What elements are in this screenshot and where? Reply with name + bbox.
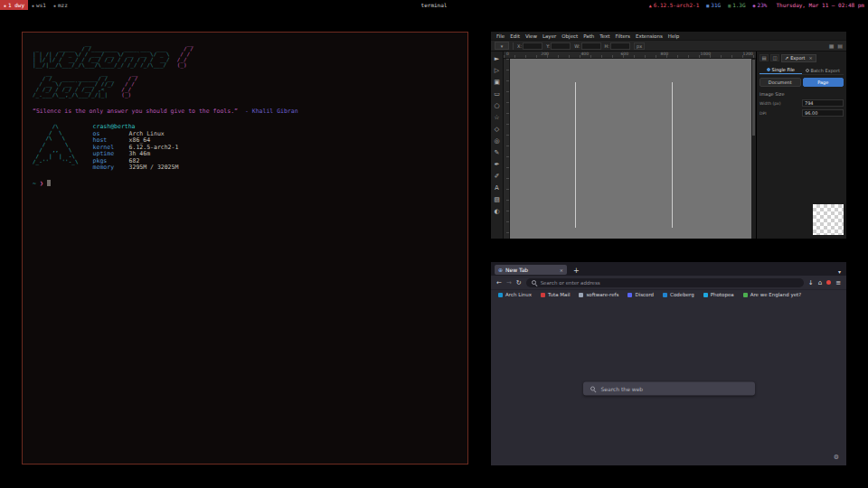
address-bar[interactable]: Search or enter address — [526, 278, 804, 287]
list-all-tabs-icon[interactable]: ▾ — [838, 268, 843, 275]
workspace-tag[interactable]: ▪ ws1 — [28, 0, 50, 10]
menu-item[interactable]: Text — [597, 33, 612, 39]
bookmark-label: Are we England yet? — [750, 292, 801, 297]
reload-button[interactable]: ↻ — [516, 279, 522, 286]
workspace-tag[interactable]: ▪ mzz — [50, 0, 71, 10]
tool-button[interactable]: ▣ — [492, 76, 503, 88]
prompt-path: ~ — [33, 180, 36, 187]
toolbox: ► ▷ ▣ ▭ ○ ☆ ◇ ◎ ✎ ✒ — [491, 52, 504, 239]
browser-tab[interactable]: ⊕ New Tab × — [495, 265, 567, 275]
coordinate-field-input[interactable] — [551, 42, 571, 50]
bookmark-favicon — [579, 293, 583, 297]
selection-mode-dropdown[interactable]: ▾ — [495, 42, 509, 50]
export-scope-button[interactable]: Document — [760, 78, 801, 87]
bookmark-item[interactable]: Tuta Mail — [541, 292, 570, 297]
tab-close-icon[interactable]: × — [560, 267, 563, 273]
tool-button[interactable]: ◇ — [492, 123, 503, 135]
quote-text: “Silence is the only answer you should g… — [33, 108, 238, 115]
tool-button[interactable]: ◎ — [492, 135, 503, 146]
coordinate-field-label: X: — [517, 43, 522, 49]
tool-button[interactable]: ◐ — [492, 205, 503, 217]
fetch-field-value: 3295M / 32025M — [129, 164, 179, 172]
radio-icon — [806, 69, 809, 72]
tool-button[interactable]: ▷ — [492, 64, 503, 76]
workspace-label: mzz — [58, 2, 68, 8]
tool-button[interactable]: ▭ — [492, 88, 503, 99]
tool-controls-bar: ▾ X: Y: W: — [491, 40, 846, 52]
search-icon — [590, 386, 596, 391]
bookmark-item[interactable]: software-refs — [579, 292, 618, 297]
dropdown-caret-icon: ▾ — [501, 43, 504, 49]
close-panel-icon[interactable]: × — [809, 55, 813, 61]
snap-toggle-icon[interactable]: ▤ — [837, 42, 843, 49]
coordinate-field-input[interactable] — [610, 42, 630, 50]
page-border-right — [672, 82, 673, 228]
tool-button[interactable]: ✒ — [492, 158, 503, 170]
menu-hamburger-icon[interactable]: ≡ — [835, 279, 841, 286]
menu-item[interactable]: Object — [559, 33, 580, 39]
web-search-box[interactable]: Search the web — [583, 382, 755, 396]
bookmark-item[interactable]: Photopea — [703, 292, 734, 297]
ublock-extension-icon[interactable] — [826, 280, 831, 285]
image-size-label: Image Size — [760, 91, 844, 97]
dock-dialog-icon-1[interactable]: ▤ — [760, 54, 769, 61]
tool-button[interactable]: ✎ — [492, 146, 503, 158]
bookmark-item[interactable]: Are we England yet? — [743, 292, 801, 297]
shell-prompt: ~ ❯ — [33, 180, 458, 187]
menu-item[interactable]: Extensions — [633, 33, 665, 39]
terminal-window[interactable]: __ _ _____ / /________ ____ ___ ___ | | … — [22, 32, 468, 465]
tool-button[interactable]: ☆ — [492, 111, 503, 123]
quote-author: - Khalil Gibran — [245, 108, 298, 115]
home-icon[interactable]: ⌂ — [818, 279, 822, 286]
tool-button[interactable]: ▨ — [492, 193, 503, 205]
coordinate-field-input[interactable] — [581, 42, 601, 50]
tool-button[interactable]: ○ — [492, 99, 503, 111]
bookmark-item[interactable]: Codeberg — [663, 292, 694, 297]
status-module-text: Thursday, Mar 11 — 02:48 pm — [776, 2, 864, 8]
export-mode-tab[interactable]: Batch Export — [802, 65, 844, 74]
bookmark-item[interactable]: Arch Linux — [498, 292, 532, 297]
tool-button[interactable]: ► — [492, 52, 503, 64]
status-module-icon: ◉ — [753, 3, 756, 8]
menu-item[interactable]: Path — [580, 33, 597, 39]
fetch-fields: os Arch Linux host x86_64 kernel 6.12.5-… — [93, 131, 179, 172]
back-button[interactable]: ← — [496, 279, 502, 286]
coordinate-field-input[interactable] — [523, 42, 542, 50]
canvas[interactable] — [510, 59, 751, 239]
width-input[interactable]: 794 — [802, 99, 844, 107]
menu-item[interactable]: File — [494, 33, 507, 39]
tool-button[interactable]: ✐ — [492, 170, 503, 182]
dock-dialog-icon-2[interactable]: ◫ — [770, 54, 779, 61]
tool-button[interactable]: A — [492, 182, 503, 193]
menu-item[interactable]: Layer — [540, 33, 559, 39]
status-module-text: 6.12.5-arch2-1 — [654, 2, 700, 8]
menu-item[interactable]: Filters — [612, 33, 633, 39]
terminal-cursor[interactable] — [47, 180, 51, 186]
coordinate-field: Y: — [546, 42, 571, 50]
status-module-text: 1.3G — [732, 2, 745, 8]
downloads-icon[interactable]: ↓ — [808, 279, 814, 286]
workspace-tag[interactable]: ▪ 1 dwy — [0, 0, 28, 10]
ascii-banner-back: __ __ / /_ ____ ______/ /__ / __ \/ __ `… — [33, 70, 114, 98]
snap-toggle-icon[interactable]: ▦ — [829, 42, 835, 49]
export-mode-tab[interactable]: Single File — [760, 65, 802, 74]
export-dock-tab[interactable]: ↗ Export × — [781, 54, 816, 62]
status-module-icon: ▦ — [706, 3, 709, 8]
forward-button[interactable]: → — [506, 279, 512, 286]
bookmark-label: software-refs — [586, 292, 618, 297]
personalize-gear-icon[interactable]: ⚙ — [834, 454, 839, 461]
coordinate-field-label: W: — [574, 43, 580, 49]
menu-item[interactable]: Help — [665, 33, 683, 39]
workspace-icon: ▪ — [32, 3, 34, 8]
export-scope-button[interactable]: Page — [803, 78, 844, 87]
dock-tab-strip: ▤ ◫ ↗ Export × — [760, 53, 844, 62]
width-label: Width (px) — [760, 101, 781, 106]
coordinate-field: H: — [605, 42, 630, 50]
menu-item[interactable]: View — [523, 33, 540, 39]
units-dropdown[interactable]: px — [634, 42, 645, 50]
new-tab-button[interactable]: + — [571, 267, 582, 275]
dpi-input[interactable]: 96.00 — [802, 109, 844, 117]
menu-item[interactable]: Edit — [507, 33, 523, 39]
canvas-row — [504, 59, 756, 239]
bookmark-item[interactable]: Discord — [627, 292, 654, 297]
